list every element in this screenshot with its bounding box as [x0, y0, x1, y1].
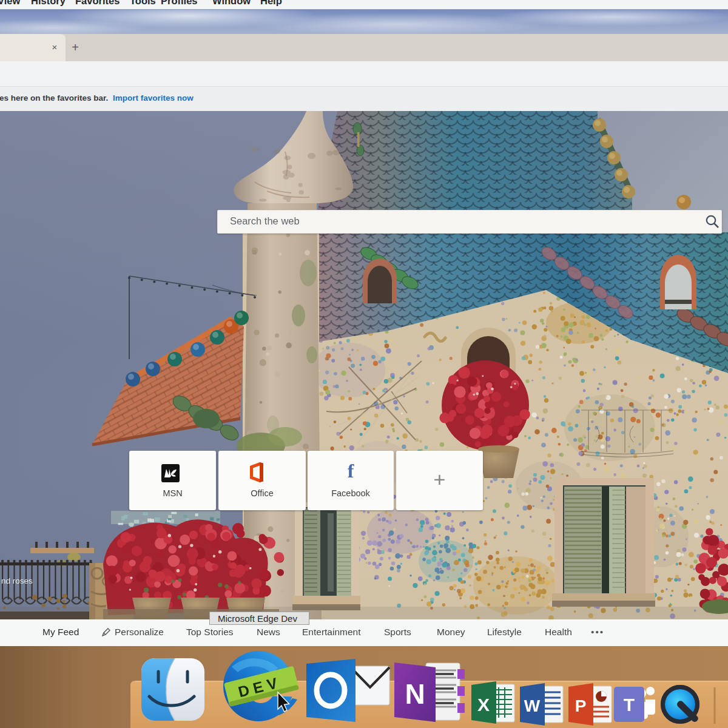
svg-text:P: P	[575, 696, 587, 715]
svg-text:X: X	[477, 695, 490, 715]
svg-text:N: N	[405, 678, 425, 710]
svg-text:W: W	[524, 696, 541, 715]
svg-text:T: T	[624, 695, 635, 715]
